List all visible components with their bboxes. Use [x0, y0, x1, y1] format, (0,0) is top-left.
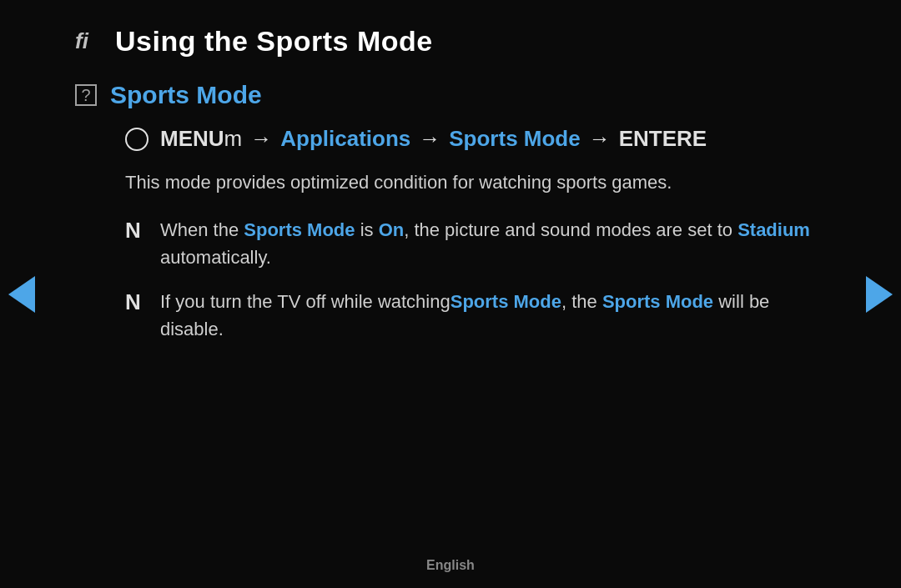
menu-label: MENU: [160, 126, 224, 152]
menu-circle-icon: [125, 128, 148, 151]
enter-label: ENTERE: [619, 126, 707, 152]
note2-text-middle: , the: [561, 291, 602, 312]
note1-highlight2: On: [379, 219, 405, 240]
section-header-row: ? Sports Mode: [75, 81, 826, 109]
footer-language: English: [426, 558, 475, 573]
sports-mode-label: Sports Mode: [449, 126, 580, 152]
page-title-icon: fi: [75, 28, 100, 54]
note1-text-end: automatically.: [160, 247, 271, 268]
note1-text-before: When the: [160, 219, 244, 240]
menu-suffix: m: [224, 126, 243, 152]
note-2-text: If you turn the TV off while watchingSpo…: [160, 288, 826, 343]
note2-highlight1: Sports Mode: [450, 291, 561, 312]
note2-highlight2: Sports Mode: [602, 291, 713, 312]
section-title: Sports Mode: [110, 81, 262, 109]
nav-next-button[interactable]: [866, 276, 893, 313]
description-text: This mode provides optimized condition f…: [125, 170, 826, 196]
note-2-icon: N: [125, 289, 145, 315]
applications-label: Applications: [280, 126, 410, 152]
note-1-text: When the Sports Mode is On, the picture …: [160, 216, 826, 271]
note1-highlight1: Sports Mode: [244, 219, 355, 240]
arrow-1: →: [250, 126, 272, 152]
menu-path-row: MENUm → Applications → Sports Mode → ENT…: [125, 126, 826, 152]
note1-highlight3: Stadium: [737, 219, 810, 240]
note1-text-after: , the picture and sound modes are set to: [404, 219, 737, 240]
page-title: Using the Sports Mode: [115, 25, 433, 58]
note-2-row: N If you turn the TV off while watchingS…: [125, 288, 826, 343]
page-title-row: fi Using the Sports Mode: [75, 25, 826, 58]
page-container: fi Using the Sports Mode ? Sports Mode M…: [0, 0, 901, 588]
note1-text-middle: is: [355, 219, 379, 240]
section-icon: ?: [75, 84, 97, 106]
note-1-icon: N: [125, 218, 145, 244]
nav-prev-button[interactable]: [8, 276, 35, 313]
note2-text-before: If you turn the TV off while watching: [160, 291, 450, 312]
note-1-row: N When the Sports Mode is On, the pictur…: [125, 216, 826, 271]
arrow-3: →: [589, 126, 611, 152]
arrow-2: →: [419, 126, 440, 152]
